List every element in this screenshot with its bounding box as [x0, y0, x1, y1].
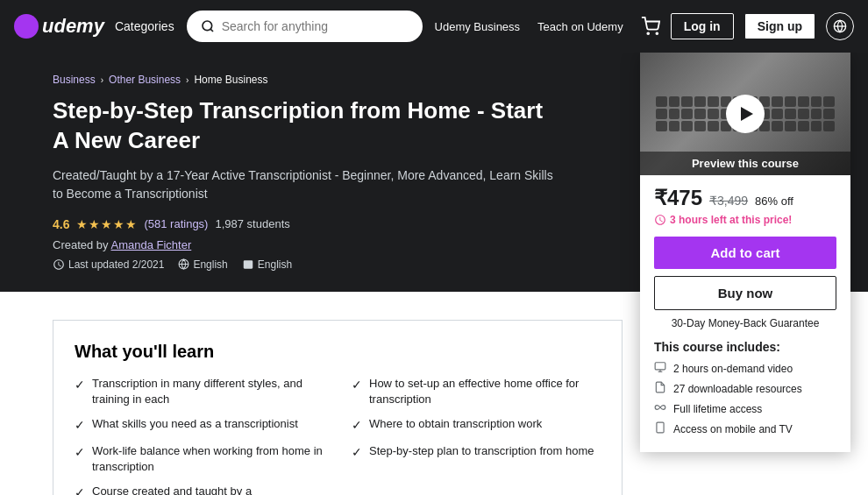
course-subtitle: Created/Taught by a 17-Year Active Trans…: [53, 166, 561, 203]
svg-point-2: [647, 32, 649, 34]
student-count: 1,987 students: [215, 217, 289, 230]
business-link[interactable]: Udemy Business: [435, 20, 521, 33]
timer-row: 3 hours left at this price!: [654, 214, 836, 226]
nav-links: Udemy Business Teach on Udemy: [435, 17, 660, 36]
svg-line-1: [210, 29, 213, 32]
play-button[interactable]: [726, 95, 765, 133]
last-updated: Last updated 2/2021: [53, 258, 164, 271]
svg-rect-11: [657, 422, 664, 433]
star-4: ★: [113, 217, 125, 231]
star-3: ★: [101, 217, 112, 231]
last-updated-text: Last updated 2/2021: [68, 258, 164, 271]
learn-item-4: ✓ Course created and taught by a transcr…: [75, 484, 324, 495]
caption-language: English: [242, 258, 292, 271]
learn-title: What you'll learn: [75, 342, 601, 362]
hero-meta: Created by Amanda Fichter: [53, 238, 623, 251]
price-row: ₹475 ₹3,499 86% off: [654, 186, 836, 210]
includes-item-mobile: Access on mobile and TV: [654, 421, 836, 436]
search-input[interactable]: [222, 19, 409, 33]
created-by-label: Created by: [53, 238, 109, 251]
audio-language: English: [178, 258, 227, 271]
check-icon-4: ✓: [75, 484, 85, 495]
video-icon: [654, 361, 666, 376]
login-button[interactable]: Log in: [671, 13, 734, 39]
breadcrumb: Business › Other Business › Home Busines…: [53, 74, 623, 86]
breadcrumb-chevron-1: ›: [101, 75, 103, 85]
globe-small-icon: [178, 258, 189, 270]
alarm-icon: [654, 214, 666, 226]
categories-button[interactable]: Categories: [115, 19, 174, 33]
stars: ★ ★ ★ ★ ★: [76, 217, 137, 231]
learn-text-4: Course created and taught by a transcrip…: [92, 484, 324, 495]
logo[interactable]: udemy: [14, 14, 104, 39]
star-1: ★: [76, 217, 88, 231]
includes-item-video: 2 hours on-demand video: [654, 361, 836, 376]
includes-mobile-text: Access on mobile and TV: [673, 423, 793, 435]
includes-item-resources: 27 downloadable resources: [654, 381, 836, 396]
learn-item-2: ✓ What skills you need as a transcriptio…: [75, 416, 324, 435]
mobile-icon: [654, 421, 666, 436]
caption-language-text: English: [258, 258, 292, 271]
clock-icon: [53, 258, 65, 271]
svg-point-0: [203, 21, 212, 31]
check-icon-3: ✓: [75, 444, 85, 462]
buy-now-button[interactable]: Buy now: [654, 276, 836, 310]
svg-rect-8: [655, 363, 665, 370]
signup-button[interactable]: Sign up: [744, 13, 815, 39]
audio-language-text: English: [193, 258, 227, 271]
includes-resources-text: 27 downloadable resources: [673, 383, 802, 395]
price-current: ₹475: [654, 186, 702, 210]
breadcrumb-current: Home Business: [194, 74, 267, 86]
infinity-icon: [654, 401, 666, 416]
preview-label: Preview this course: [640, 152, 850, 175]
check-icon-5: ✓: [352, 377, 362, 394]
learn-item-3: ✓ Work-life balance when working from ho…: [75, 443, 324, 475]
learn-text-5: How to set-up an effective home office f…: [369, 376, 601, 407]
breadcrumb-chevron-2: ›: [186, 75, 189, 85]
breadcrumb-business[interactable]: Business: [53, 74, 96, 86]
includes-lifetime-text: Full lifetime access: [673, 403, 762, 415]
teach-link[interactable]: Teach on Udemy: [537, 20, 623, 33]
course-title: Step-by-Step Transcription from Home - S…: [53, 96, 561, 156]
add-to-cart-button[interactable]: Add to cart: [654, 237, 836, 269]
search-bar[interactable]: [185, 9, 424, 44]
hero-section: Business › Other Business › Home Busines…: [0, 53, 868, 292]
play-icon: [741, 107, 753, 121]
author-link[interactable]: Amanda Fichter: [111, 238, 192, 251]
hero-info: Last updated 2/2021 English English: [53, 258, 623, 271]
course-preview[interactable]: Preview this course: [640, 53, 850, 175]
svg-point-3: [656, 32, 658, 34]
price-original: ₹3,499: [709, 194, 748, 208]
cart-icon[interactable]: [641, 17, 660, 36]
learn-text-1: Transcription in many different styles, …: [92, 376, 324, 407]
check-icon-7: ✓: [352, 444, 362, 462]
course-card: Preview this course ₹475 ₹3,499 86% off …: [640, 53, 850, 452]
includes-item-lifetime: Full lifetime access: [654, 401, 836, 416]
star-5: ★: [125, 217, 137, 231]
search-icon: [201, 19, 215, 33]
check-icon-2: ✓: [75, 417, 85, 435]
learn-item-7: ✓ Step-by-step plan to transcription fro…: [352, 443, 601, 475]
includes-video-text: 2 hours on-demand video: [673, 363, 793, 375]
rating-count: (581 ratings): [144, 217, 208, 230]
card-body: ₹475 ₹3,499 86% off 3 hours left at this…: [640, 175, 850, 452]
learn-text-7: Step-by-step plan to transcription from …: [369, 443, 594, 459]
download-icon: [654, 381, 666, 396]
check-icon-1: ✓: [75, 377, 85, 394]
logo-icon: [14, 14, 39, 39]
learn-section: What you'll learn ✓ Transcription in man…: [53, 320, 623, 495]
learn-grid: ✓ Transcription in many different styles…: [75, 376, 601, 495]
star-2: ★: [89, 217, 100, 231]
globe-icon: [833, 19, 847, 33]
learn-text-6: Where to obtain transcription work: [369, 416, 542, 432]
breadcrumb-other-business[interactable]: Other Business: [109, 74, 181, 86]
learn-item-5: ✓ How to set-up an effective home office…: [352, 376, 601, 407]
logo-text: udemy: [42, 15, 104, 38]
check-icon-6: ✓: [352, 417, 362, 435]
includes-list: 2 hours on-demand video 27 downloadable …: [654, 361, 836, 436]
guarantee-text: 30-Day Money-Back Guarantee: [654, 317, 836, 329]
language-button[interactable]: [826, 12, 854, 40]
rating-score: 4.6: [53, 217, 69, 231]
learn-text-2: What skills you need as a transcriptioni…: [92, 416, 298, 432]
timer-text: 3 hours left at this price!: [670, 214, 792, 226]
